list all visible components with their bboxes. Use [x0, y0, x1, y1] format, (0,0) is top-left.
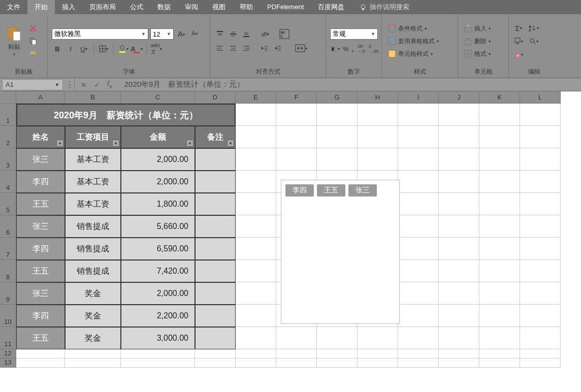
cell[interactable]	[479, 193, 520, 215]
column-header[interactable]: B	[65, 91, 121, 104]
column-header[interactable]: I	[398, 91, 439, 104]
cell[interactable]	[479, 126, 520, 148]
data-cell[interactable]	[195, 193, 236, 215]
table-header-cell[interactable]: 金额▾	[121, 126, 195, 148]
row-header[interactable]: 12	[0, 349, 16, 358]
cell[interactable]	[398, 260, 439, 282]
align-bottom-button[interactable]	[241, 29, 252, 39]
data-cell[interactable]: 奖金	[65, 305, 121, 327]
filter-button[interactable]: ▾	[56, 140, 63, 147]
format-as-table-button[interactable]: 套用表格格式▾	[386, 36, 454, 47]
worksheet[interactable]: ABCDEFGHIJKL 12345678910111213 2020年9月 薪…	[0, 91, 581, 392]
cell[interactable]	[520, 305, 561, 327]
cell[interactable]	[398, 215, 439, 238]
cell[interactable]	[121, 358, 195, 368]
data-cell[interactable]	[195, 282, 236, 305]
cell[interactable]	[398, 148, 439, 171]
cell[interactable]	[398, 238, 439, 260]
cell[interactable]	[520, 215, 561, 238]
increase-decimal-button[interactable]: .00→.0	[356, 44, 366, 54]
autosum-button[interactable]: Σ▾	[513, 23, 524, 33]
insert-button[interactable]: 插入▾	[462, 23, 504, 34]
cell[interactable]	[439, 215, 479, 238]
menu-tab-页面布局[interactable]: 页面布局	[82, 0, 123, 14]
font-size-combo[interactable]: 12▼	[150, 28, 174, 40]
cell[interactable]	[195, 358, 236, 368]
cut-button[interactable]	[27, 23, 39, 33]
cell[interactable]	[358, 104, 398, 126]
cell[interactable]	[439, 126, 479, 148]
cell[interactable]	[276, 327, 317, 349]
cell[interactable]	[358, 148, 398, 171]
delete-button[interactable]: 删除▾	[462, 36, 504, 47]
fx-button[interactable]: fx	[107, 80, 112, 89]
cell[interactable]	[398, 126, 439, 148]
cell[interactable]	[276, 148, 317, 171]
column-header[interactable]: E	[236, 91, 276, 104]
wrap-text-button[interactable]: abc	[279, 29, 289, 39]
cell[interactable]	[439, 148, 479, 171]
find-button[interactable]: ▾	[526, 36, 541, 46]
cell[interactable]	[276, 358, 317, 368]
data-cell[interactable]: 张三	[16, 215, 65, 238]
cell[interactable]	[317, 126, 358, 148]
cell[interactable]	[236, 193, 276, 215]
data-cell[interactable]: 基本工资	[65, 171, 121, 193]
cell[interactable]	[439, 327, 479, 349]
italic-button[interactable]: I	[65, 44, 76, 54]
clear-button[interactable]: ▾	[513, 49, 524, 59]
menu-tab-数据[interactable]: 数据	[150, 0, 178, 14]
data-cell[interactable]: 王五	[16, 327, 65, 349]
cell[interactable]	[317, 327, 358, 349]
cell[interactable]	[121, 349, 195, 358]
table-header-cell[interactable]: 工资项目▾	[65, 126, 121, 148]
menu-tab-公式[interactable]: 公式	[123, 0, 150, 14]
underline-button[interactable]: U▾	[78, 44, 89, 54]
conditional-format-button[interactable]: 条件格式▾	[386, 23, 454, 34]
sort-filter-button[interactable]: AZ▾	[526, 23, 541, 33]
data-cell[interactable]: 李四	[16, 305, 65, 327]
cell[interactable]	[65, 349, 121, 358]
data-cell[interactable]: 销售提成	[65, 215, 121, 238]
data-cell[interactable]: 销售提成	[65, 238, 121, 260]
accounting-button[interactable]: ¥▾	[330, 44, 340, 54]
cell[interactable]	[479, 238, 520, 260]
cell[interactable]	[398, 305, 439, 327]
align-middle-button[interactable]	[228, 29, 239, 39]
cell[interactable]	[479, 104, 520, 126]
cell[interactable]	[479, 358, 520, 368]
cell[interactable]	[520, 193, 561, 215]
cell[interactable]	[520, 358, 561, 368]
data-cell[interactable]: 基本工资	[65, 193, 121, 215]
cell[interactable]	[236, 104, 276, 126]
border-button[interactable]: ▾	[98, 44, 109, 54]
cell[interactable]	[439, 282, 479, 305]
slicer-button[interactable]: 张三	[348, 184, 377, 197]
row-header[interactable]: 2	[0, 126, 16, 148]
data-cell[interactable]: 李四	[16, 171, 65, 193]
data-cell[interactable]: 张三	[16, 148, 65, 171]
column-header[interactable]: D	[195, 91, 236, 104]
comma-button[interactable]: ,	[351, 44, 354, 54]
menu-tab-PDFelement[interactable]: PDFelement	[260, 0, 311, 14]
data-cell[interactable]: 7,420.00	[121, 260, 195, 282]
decrease-decimal-button[interactable]: .0→.00	[368, 44, 379, 54]
table-header-cell[interactable]: 姓名▾	[16, 126, 65, 148]
slicer-button[interactable]: 王五	[317, 184, 345, 197]
data-cell[interactable]: 基本工资	[65, 148, 121, 171]
data-cell[interactable]	[195, 148, 236, 171]
cell[interactable]	[479, 327, 520, 349]
data-cell[interactable]: 2,000.00	[121, 171, 195, 193]
data-cell[interactable]	[195, 305, 236, 327]
paste-button[interactable]: 粘贴 ▼	[4, 24, 24, 58]
row-header[interactable]: 3	[0, 148, 16, 171]
row-header[interactable]: 1	[0, 104, 16, 126]
cell[interactable]	[236, 282, 276, 305]
merge-button[interactable]: ▾	[293, 43, 310, 53]
data-cell[interactable]: 李四	[16, 238, 65, 260]
cell[interactable]	[398, 193, 439, 215]
cell[interactable]	[195, 349, 236, 358]
bold-button[interactable]: B	[52, 44, 63, 54]
cell[interactable]	[16, 358, 65, 368]
column-header[interactable]: J	[439, 91, 479, 104]
